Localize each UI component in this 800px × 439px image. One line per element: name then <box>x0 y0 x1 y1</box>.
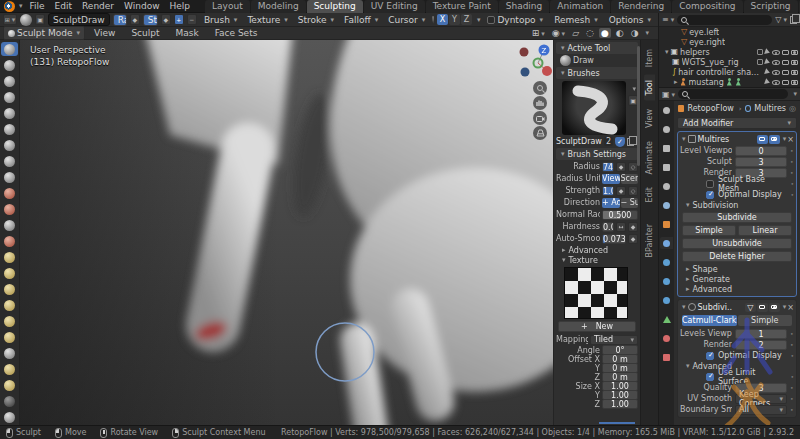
properties-tab-object[interactable] <box>660 218 673 230</box>
navigation-gizmo[interactable]: Z <box>514 44 553 82</box>
properties-tab-constraints[interactable] <box>660 294 673 306</box>
animate-icon[interactable]: ◇ <box>628 186 638 196</box>
subsurf-name[interactable]: Subdivi.. <box>698 303 733 312</box>
pointer-toggle-icon[interactable] <box>764 48 771 55</box>
dyntopo-menu[interactable]: Dyntopo▾ <box>483 14 547 26</box>
menu-cursor[interactable]: Cursor▾ <box>384 14 429 26</box>
tool-layer[interactable] <box>1 122 18 136</box>
new-brush-icon[interactable] <box>627 138 634 146</box>
monitor-toggle-icon[interactable] <box>782 60 789 65</box>
viewport-3d[interactable]: User Perspective (131) RetopoFlow Z <box>20 40 553 425</box>
delete-higher-button[interactable]: Delete Higher <box>682 251 792 262</box>
fake-user-icon[interactable]: ✓ <box>615 137 625 147</box>
outliner-search-input[interactable] <box>677 15 772 25</box>
sidebar-tab-item[interactable]: Item <box>644 44 655 72</box>
eye-toggle-icon[interactable] <box>772 50 780 55</box>
tool-crease[interactable] <box>1 170 18 184</box>
simple-subdivide-button[interactable]: Simple <box>682 225 736 236</box>
workspace-tab-rendering[interactable]: Rendering <box>611 0 671 13</box>
properties-tab-scene[interactable] <box>660 180 673 192</box>
workspace-tab-modeling[interactable]: Modeling <box>251 0 306 13</box>
sculpt-base-mesh-checkbox[interactable] <box>706 180 714 188</box>
pan-button[interactable] <box>533 96 547 110</box>
tool-nudge[interactable] <box>1 346 18 360</box>
perspective-toggle-button[interactable] <box>533 126 547 140</box>
tool-mask[interactable] <box>1 394 18 408</box>
tool-blob[interactable] <box>1 154 18 168</box>
object-label[interactable]: WGTS_yue_rig <box>682 58 739 67</box>
tool-scrape[interactable] <box>1 234 18 248</box>
radius-unit-option-scene[interactable]: Scene <box>621 174 639 184</box>
object-label[interactable]: helpers <box>680 48 710 57</box>
sidebar-tab-bpainter[interactable]: BPainter <box>644 219 655 263</box>
workspace-tab-uv-editing[interactable]: UV Editing <box>364 0 425 13</box>
outliner-filter-icon[interactable]: ▽▾ <box>775 15 787 24</box>
menu-falloff[interactable]: Falloff▾ <box>340 14 382 26</box>
brush-name-field[interactable]: SculptDraw <box>48 13 110 26</box>
tool-elastic-deform[interactable] <box>1 282 18 296</box>
radius-unit-option-view[interactable]: View <box>602 174 620 184</box>
properties-tab-world[interactable] <box>660 199 673 211</box>
multires-realtime-toggle-icon[interactable] <box>757 135 768 144</box>
tool-fill[interactable] <box>1 218 18 232</box>
unsubdivide-button[interactable]: Unsubdivide <box>682 238 792 249</box>
subsurf-panel-header[interactable]: ▾ Subdivi.. ▽ ▾ × <box>680 301 794 313</box>
object-label[interactable]: eye.right <box>689 38 725 47</box>
subsurf-realtime-toggle-icon[interactable] <box>757 303 768 312</box>
menu-stroke[interactable]: Stroke▾ <box>294 14 338 26</box>
camera-toggle-icon[interactable] <box>791 60 798 65</box>
camera-toggle-icon[interactable] <box>791 70 798 75</box>
workspace-tab-scripting[interactable]: Scripting <box>744 0 798 13</box>
workspace-tab-compositing[interactable]: Compositing <box>672 0 742 13</box>
menu-mask[interactable]: Mask <box>170 28 203 38</box>
mapping-select[interactable]: Tiled▾ <box>590 335 638 345</box>
mirror-x-toggle[interactable]: X <box>437 14 448 25</box>
options-menu[interactable]: Options▾ <box>605 14 655 26</box>
gizmo-dropdown-icon[interactable]: ⊞▾ <box>530 28 547 38</box>
properties-options-icon[interactable]: ▾ <box>793 90 797 98</box>
object-label[interactable]: hair controller shape <box>678 68 761 77</box>
tool-rotate[interactable] <box>1 362 18 376</box>
overlays-dropdown-icon[interactable]: ◉▾ <box>550 28 567 38</box>
strength-pressure-icon[interactable]: ◆ <box>161 14 171 25</box>
multires-extras-icon[interactable]: ▾ <box>783 135 787 143</box>
section-shape[interactable]: ▸Shape <box>680 264 794 274</box>
dyntopo-checkbox[interactable] <box>487 16 495 24</box>
active-tool-panel-header[interactable]: ▾ Active Tool <box>556 42 638 54</box>
optimal-display-checkbox[interactable] <box>706 191 714 199</box>
tool-pinch[interactable] <box>1 250 18 264</box>
workspace-tab-layout[interactable]: Layout <box>205 0 250 13</box>
tool-pose[interactable] <box>1 330 18 344</box>
radius-slider[interactable]: Radius 74 px <box>113 14 127 26</box>
tool-inflate[interactable] <box>1 138 18 152</box>
texture-section[interactable]: ▾Texture <box>556 255 638 265</box>
subdivide-button[interactable]: Subdivide <box>682 212 792 223</box>
menu-window[interactable]: Window <box>119 1 165 11</box>
strength-slider[interactable]: 1.000 <box>602 186 614 196</box>
checkbox-toggle-icon[interactable] <box>757 49 763 55</box>
subsurf-editmode-toggle-icon[interactable]: ▽ <box>745 303 756 312</box>
workspace-tab-sculpting[interactable]: Sculpting <box>307 0 363 13</box>
tool-flatten[interactable] <box>1 202 18 216</box>
multires-render-toggle-icon[interactable] <box>769 135 780 144</box>
sidebar-tab-tool[interactable]: Tool <box>644 75 655 101</box>
object-label[interactable]: mustang <box>689 78 724 87</box>
direction-subtract-button[interactable]: − <box>187 14 197 25</box>
menu-file[interactable]: File <box>25 1 50 11</box>
edit-icon[interactable]: ◆ <box>628 222 638 232</box>
outliner-row-mustang[interactable]: ▸mustang <box>659 77 800 87</box>
eye-toggle-icon[interactable] <box>772 80 780 85</box>
use-limit-checkbox[interactable] <box>706 373 714 381</box>
properties-tab-material[interactable] <box>660 332 673 344</box>
tool-draw-sharp[interactable] <box>1 58 18 72</box>
arrows-icon[interactable]: ↔ <box>616 222 626 232</box>
normal-rad-slider[interactable]: 0.500 <box>602 210 638 220</box>
catmull-clark-button[interactable]: Catmull-Clark <box>682 315 737 326</box>
properties-tab-texture[interactable] <box>660 351 673 363</box>
object-label[interactable]: eye.left <box>689 28 719 37</box>
edit-icon[interactable]: ◆ <box>628 234 638 244</box>
mirror-y-toggle[interactable]: Y <box>449 14 460 25</box>
brush-user-count[interactable]: 2 <box>604 137 613 146</box>
multires-close-icon[interactable]: × <box>787 135 794 144</box>
breadcrumb-modifier[interactable]: Multires <box>754 104 786 113</box>
